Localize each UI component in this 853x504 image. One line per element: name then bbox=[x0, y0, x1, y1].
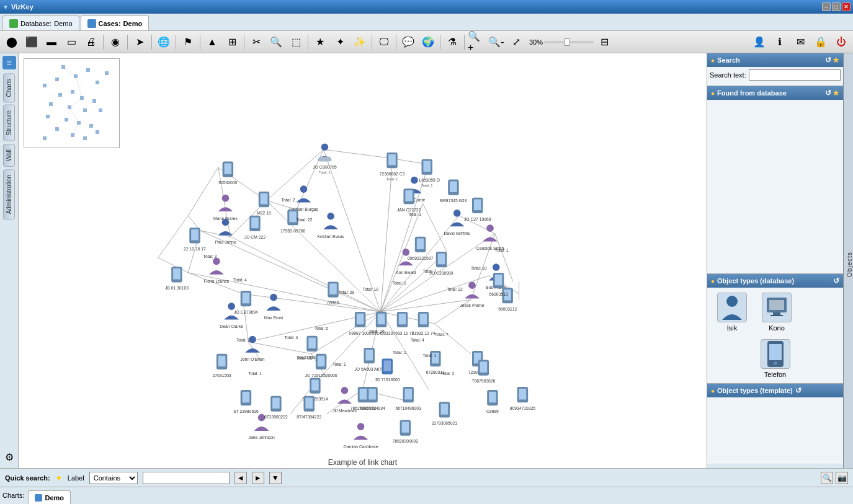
zoom-out-button[interactable]: 🔍- bbox=[487, 33, 506, 51]
node-david[interactable]: David Griffiths bbox=[444, 210, 471, 236]
web-button[interactable]: 🌍 bbox=[419, 33, 437, 51]
right-scrollbar[interactable]: Objects bbox=[843, 53, 853, 468]
node-phone-23[interactable]: ST 23980626 bbox=[233, 390, 259, 413]
quick-search-input[interactable] bbox=[143, 472, 230, 484]
search-refresh-icon[interactable]: ↺ bbox=[825, 56, 831, 64]
hub-phone-3[interactable]: 97693 10 78 bbox=[391, 312, 414, 335]
lock-icon-button[interactable]: 🔒 bbox=[811, 33, 830, 51]
node-phone-18[interactable]: 66710496003 bbox=[395, 387, 421, 410]
nav-camera-button[interactable]: 📷 bbox=[836, 472, 848, 484]
zoom-in-status-button[interactable]: 🔍 bbox=[821, 472, 833, 484]
node-phone-8[interactable]: 27031503 bbox=[213, 354, 231, 378]
nav-prev-button[interactable]: ◄ bbox=[234, 472, 247, 484]
node-phone-26[interactable]: 80934710326 bbox=[510, 387, 536, 410]
layout-button[interactable]: ⊞ bbox=[223, 33, 241, 51]
node-phone-27[interactable]: 78620300002 bbox=[393, 420, 419, 443]
box-tool-button[interactable]: ⬛ bbox=[22, 33, 41, 51]
star-button[interactable]: ★ bbox=[311, 33, 329, 51]
node-person-maria[interactable]: Maria Eccles bbox=[213, 195, 238, 221]
wide-rect-button[interactable]: ▭ bbox=[62, 33, 81, 51]
power-icon-button[interactable]: ⏻ bbox=[832, 33, 851, 51]
obj-type-isik[interactable]: Isik bbox=[712, 293, 752, 332]
node-phone-3[interactable]: M22 18 bbox=[257, 192, 271, 215]
chat-button[interactable]: 💬 bbox=[399, 33, 418, 51]
node-phone-22[interactable]: 6T23980222 bbox=[264, 396, 288, 420]
close-button[interactable]: ✕ bbox=[842, 2, 851, 11]
triangle-button[interactable]: ▲ bbox=[203, 33, 221, 51]
node-phone-2[interactable]: ZI L653055 Ö Total: 1 bbox=[414, 159, 440, 188]
node-fiona[interactable]: Fiona Lcunce bbox=[204, 258, 230, 284]
zoom-slider[interactable] bbox=[544, 41, 594, 43]
zoom-menu-button[interactable]: ⊟ bbox=[595, 33, 614, 51]
database-tab[interactable]: Database: Demo bbox=[2, 15, 79, 30]
node-phone-32[interactable]: JO C27 19868 bbox=[464, 198, 491, 221]
node-phone-4[interactable]: 90502000 bbox=[218, 162, 237, 185]
circle-tool-button[interactable]: ⬤ bbox=[2, 33, 21, 51]
user-icon-button[interactable]: 👤 bbox=[750, 33, 769, 51]
search-star-icon[interactable]: ★ bbox=[833, 56, 839, 64]
maximize-button[interactable]: □ bbox=[832, 2, 841, 11]
person-nodes[interactable]: JO CB00785 Total: 1 72386882 C3 Total: 1… bbox=[165, 143, 535, 449]
node-phone-6[interactable]: JB 01 30103 bbox=[165, 267, 189, 290]
obj-type-telefon[interactable]: Telefon bbox=[712, 339, 838, 378]
node-max[interactable]: Max Ernst bbox=[264, 294, 284, 320]
node-phone-11[interactable]: 56003513 bbox=[489, 273, 508, 296]
sidebar-settings-button[interactable]: ⚙ bbox=[0, 448, 19, 466]
select-button[interactable]: ⬚ bbox=[287, 33, 305, 51]
bottom-demo-tab[interactable]: Demo bbox=[28, 490, 71, 504]
node-person-1[interactable]: JO CB00785 Total: 1 bbox=[313, 143, 337, 174]
mail-icon-button[interactable]: ✉ bbox=[791, 33, 810, 51]
svg-point-117 bbox=[270, 294, 277, 301]
minimize-button[interactable]: ─ bbox=[822, 2, 831, 11]
node-phone-29[interactable]: 09980 bbox=[328, 281, 339, 305]
globe-button[interactable]: 🌐 bbox=[154, 33, 173, 51]
obj-type-kono[interactable]: Kono bbox=[757, 293, 797, 332]
svg-point-271 bbox=[774, 361, 777, 365]
node-candide[interactable]: Candide Smith bbox=[476, 224, 504, 250]
contains-select[interactable]: Contains Starts with Ends with Equals bbox=[89, 472, 138, 484]
node-paul[interactable]: Paul Johns bbox=[215, 219, 236, 245]
node-phone-9[interactable]: 09692320597 bbox=[408, 237, 434, 260]
sidebar-tab-charts[interactable]: Charts bbox=[3, 73, 15, 102]
node-ann[interactable]: Ann Ewald bbox=[396, 249, 416, 275]
node-phone-19[interactable]: JO 5A003 A678 bbox=[354, 348, 384, 371]
node-dean[interactable]: Dean Clarke bbox=[220, 303, 243, 329]
found-star-icon[interactable]: ★ bbox=[833, 89, 839, 97]
svg-text:78620300002: 78620300002 bbox=[393, 439, 419, 443]
found-refresh-icon[interactable]: ↺ bbox=[825, 89, 831, 97]
search-text-input[interactable] bbox=[749, 69, 841, 81]
hub-phone-4[interactable]: 71932 10 74 bbox=[412, 312, 435, 335]
nav-down-button[interactable]: ▼ bbox=[269, 472, 282, 484]
node-phone-25[interactable]: C9889 bbox=[486, 390, 499, 413]
search-button[interactable]: 🔍 bbox=[267, 33, 285, 51]
obj-types-template-refresh-icon[interactable]: ↺ bbox=[795, 386, 802, 395]
sidebar-tab-administration[interactable]: Administration bbox=[3, 169, 15, 219]
node-kristian[interactable]: Kristian Evans bbox=[317, 213, 344, 239]
sidebar-tab-structure[interactable]: Structure bbox=[3, 105, 15, 141]
sparkle-button[interactable]: ✨ bbox=[351, 33, 369, 51]
zoom-slider-thumb[interactable] bbox=[564, 38, 570, 46]
zoom-fit-button[interactable]: ⤢ bbox=[507, 33, 525, 51]
obj-types-refresh-icon[interactable]: ↺ bbox=[833, 276, 839, 285]
flag-button[interactable]: ⚑ bbox=[179, 33, 197, 51]
nav-next-button[interactable]: ► bbox=[252, 472, 264, 484]
circle2-button[interactable]: ◉ bbox=[106, 33, 125, 51]
arrow-button[interactable]: ➤ bbox=[130, 33, 149, 51]
print-button[interactable]: 🖨 bbox=[82, 33, 100, 51]
sidebar-tab-wall[interactable]: Wall bbox=[3, 144, 15, 167]
sidebar-icon-button[interactable]: ≡ bbox=[2, 56, 16, 69]
node-phone-1[interactable]: 72386882 C3 Total: 1 bbox=[380, 153, 405, 181]
cases-tab[interactable]: Cases: Demo bbox=[81, 15, 150, 30]
node-phone-24[interactable]: 22793065021 bbox=[432, 402, 458, 425]
screen-button[interactable]: 🖵 bbox=[375, 33, 393, 51]
rect-tool-button[interactable]: ▬ bbox=[42, 33, 61, 51]
cut-button[interactable]: ✂ bbox=[247, 33, 266, 51]
node-phone-31[interactable]: BR87345 G23 bbox=[440, 180, 467, 203]
info-icon-button[interactable]: ℹ bbox=[770, 33, 789, 51]
zoom-in-button[interactable]: 🔍+ bbox=[467, 33, 486, 51]
star-circle-button[interactable]: ✦ bbox=[331, 33, 349, 51]
node-jesse[interactable]: Jesse Frame bbox=[460, 281, 484, 307]
node-phone-7[interactable]: JO CB70694 bbox=[234, 291, 258, 314]
filter-button[interactable]: ⚗ bbox=[443, 33, 462, 51]
node-damian-c[interactable]: Damian Cashbase bbox=[344, 423, 378, 449]
